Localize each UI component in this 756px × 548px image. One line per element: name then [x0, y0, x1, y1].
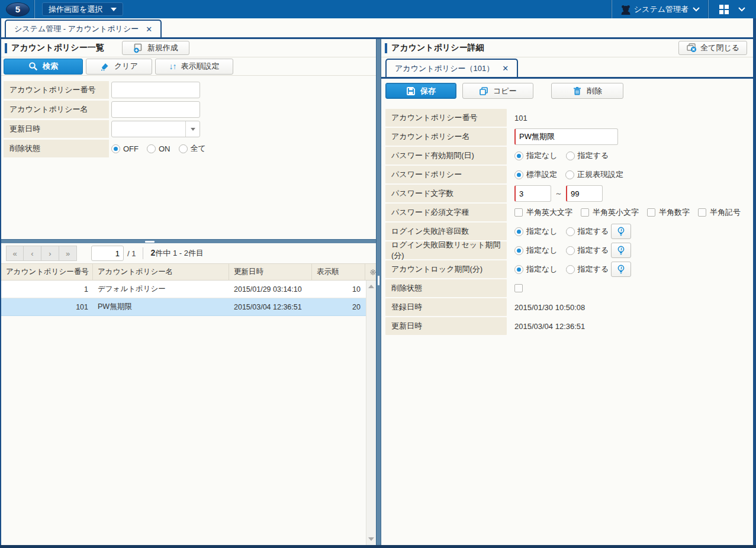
- splitter-handle: [145, 241, 155, 243]
- combo-arrow[interactable]: [185, 121, 200, 137]
- scroll-up-button[interactable]: [366, 282, 376, 291]
- created-date-value: 2015/01/30 10:50:08: [514, 303, 585, 312]
- save-icon: [406, 86, 416, 96]
- search-form: アカウントポリシー番号 アカウントポリシー名 更新日時: [1, 76, 376, 239]
- close-all-button[interactable]: 全て閉じる: [678, 41, 747, 55]
- table-header: アカウントポリシー番号 アカウントポリシー名 更新日時 表示順: [1, 263, 376, 281]
- login-reset-none-radio[interactable]: [514, 246, 523, 255]
- tab-system-account-policy[interactable]: システム管理 - アカウントポリシー ✕: [5, 20, 162, 37]
- detail-updated-date-label: 更新日時: [385, 317, 507, 335]
- tab-label: システム管理 - アカウントポリシー: [14, 24, 139, 34]
- delete-state-checkbox[interactable]: [514, 284, 523, 292]
- page-number-input[interactable]: [91, 246, 124, 261]
- policy-number-input[interactable]: [111, 82, 200, 98]
- table-row[interactable]: 1 デフォルトポリシー 2015/01/29 03:14:10 10: [1, 281, 366, 298]
- topbar: 5 操作画面を選択 システム管理者: [0, 0, 756, 18]
- login-fail-set-radio[interactable]: [566, 227, 575, 236]
- symbol-checkbox[interactable]: [698, 208, 706, 217]
- delete-off-radio[interactable]: [111, 144, 120, 153]
- save-button[interactable]: 保存: [385, 83, 456, 99]
- login-reset-hint-button[interactable]: [611, 243, 631, 258]
- user-menu[interactable]: システム管理者: [612, 0, 708, 18]
- login-reset-label: ログイン失敗回数リセット期間(分): [385, 241, 507, 259]
- eraser-icon: [100, 62, 110, 71]
- table-scrollbar[interactable]: [366, 281, 376, 545]
- table-settings-cell[interactable]: [365, 264, 376, 280]
- radio-set-label: 指定する: [578, 226, 609, 237]
- table-row-selected[interactable]: 101 PW無期限 2015/03/04 12:36:51 20: [1, 298, 366, 316]
- detail-tab-close-icon[interactable]: ✕: [502, 64, 509, 73]
- close-all-label: 全て閉じる: [700, 43, 739, 53]
- detail-panel-header: アカウントポリシー詳細 全て閉じる: [381, 39, 753, 57]
- user-avatar-icon: [620, 5, 630, 14]
- apps-menu[interactable]: [709, 0, 756, 18]
- digit-label: 半角数字: [659, 207, 690, 218]
- window-bottom-edge: [0, 545, 756, 548]
- detail-policy-name-label: アカウントポリシー名: [385, 128, 507, 146]
- updated-date-select[interactable]: [111, 121, 200, 137]
- cell-policy-name: PW無期限: [93, 298, 229, 315]
- app-logo[interactable]: 5: [6, 2, 30, 17]
- record-count-text: 件中 1 - 2件目: [155, 249, 204, 257]
- radio-regex-label: 正規表現設定: [577, 169, 623, 180]
- col-header-order[interactable]: 表示順: [312, 264, 365, 280]
- sort-arrows-icon: ↓↑: [169, 62, 176, 71]
- search-button[interactable]: 検索: [4, 59, 83, 75]
- radio-standard-label: 標準設定: [526, 169, 557, 180]
- copy-button[interactable]: コピー: [462, 83, 533, 99]
- detail-policy-name-input[interactable]: [514, 128, 618, 145]
- tab-account-policy-101[interactable]: アカウントポリシー（101） ✕: [385, 59, 518, 77]
- created-date-label: 登録日時: [385, 298, 507, 316]
- pw-expiry-none-radio[interactable]: [514, 151, 523, 160]
- pw-policy-regex-radio[interactable]: [565, 170, 574, 179]
- next-page-button[interactable]: ›: [41, 246, 59, 261]
- lock-hint-button[interactable]: [611, 262, 631, 277]
- col-header-updated[interactable]: 更新日時: [229, 264, 312, 280]
- search-icon: [28, 62, 38, 71]
- pw-required-chars-label: パスワード必須文字種: [385, 204, 507, 221]
- col-header-policy-name[interactable]: アカウントポリシー名: [93, 264, 229, 280]
- lock-set-radio[interactable]: [566, 265, 575, 274]
- uppercase-checkbox[interactable]: [514, 208, 523, 217]
- last-page-button[interactable]: »: [59, 246, 77, 261]
- save-label: 保存: [420, 86, 436, 96]
- chevron-down-icon: [111, 8, 117, 11]
- lock-none-radio[interactable]: [514, 265, 523, 274]
- screen-select-button[interactable]: 操作画面を選択: [42, 2, 123, 16]
- pw-length-max-input[interactable]: [566, 185, 603, 202]
- delete-button[interactable]: 削除: [551, 83, 623, 99]
- new-policy-button[interactable]: 新規作成: [122, 41, 189, 55]
- prev-page-button[interactable]: ‹: [24, 246, 41, 261]
- display-order-button[interactable]: ↓↑ 表示順設定: [155, 59, 233, 75]
- delete-on-radio[interactable]: [147, 144, 156, 153]
- vertical-splitter[interactable]: [376, 39, 381, 545]
- delete-on-label: ON: [159, 144, 170, 153]
- horizontal-splitter[interactable]: [1, 239, 376, 243]
- delete-all-radio[interactable]: [179, 144, 188, 153]
- title-accent-bar: [385, 43, 387, 53]
- pagination: « ‹ › » / 1 2件中 1 - 2件目: [1, 243, 376, 263]
- login-fail-hint-button[interactable]: [611, 224, 631, 239]
- delete-all-label: 全て: [191, 143, 206, 154]
- copy-label: コピー: [493, 86, 517, 96]
- app-logo-label: 5: [15, 4, 20, 14]
- clear-button[interactable]: クリア: [86, 59, 152, 75]
- login-reset-set-radio[interactable]: [566, 246, 575, 255]
- col-header-policy-number[interactable]: アカウントポリシー番号: [1, 264, 93, 280]
- login-fail-none-radio[interactable]: [514, 227, 523, 236]
- tab-close-icon[interactable]: ✕: [146, 25, 152, 34]
- scroll-down-button[interactable]: [366, 534, 376, 544]
- policy-name-input[interactable]: [111, 101, 200, 118]
- radio-set-label: 指定する: [578, 245, 609, 256]
- digit-checkbox[interactable]: [647, 208, 655, 217]
- clear-label: クリア: [114, 61, 138, 72]
- account-lock-label: アカウントロック期間(分): [385, 260, 507, 278]
- pw-length-min-input[interactable]: [514, 185, 551, 202]
- pw-policy-standard-radio[interactable]: [514, 170, 523, 179]
- pw-expiry-set-radio[interactable]: [566, 151, 575, 160]
- new-document-icon: [133, 43, 143, 53]
- first-page-button[interactable]: «: [6, 246, 24, 261]
- lowercase-checkbox[interactable]: [581, 208, 589, 217]
- cell-order: 20: [312, 298, 365, 315]
- display-order-label: 表示順設定: [181, 61, 220, 72]
